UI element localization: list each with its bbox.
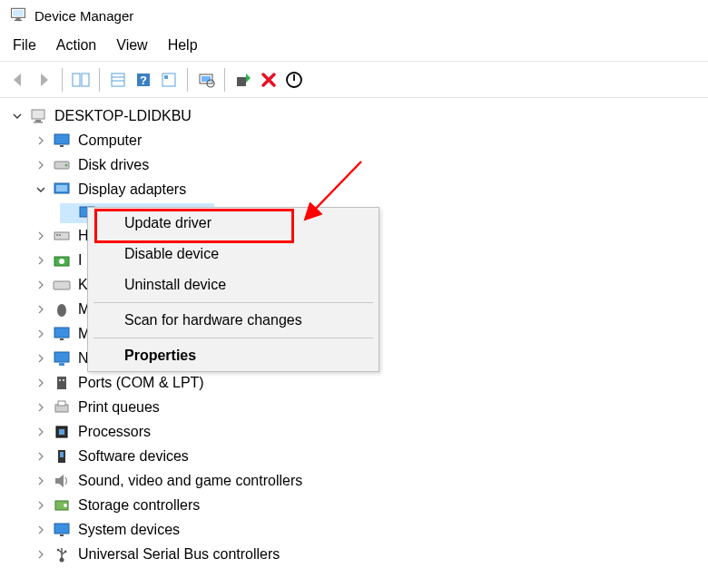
svg-rect-37 [54,352,69,362]
monitor-icon [53,132,71,150]
chevron-right-icon [34,352,47,365]
app-icon [9,5,34,26]
root-node[interactable]: DESKTOP-LDIDKBU [4,103,704,128]
svg-rect-12 [164,75,168,79]
properties-button[interactable] [105,67,131,93]
svg-rect-5 [82,74,89,86]
menu-file[interactable]: File [7,35,51,55]
system-icon [53,521,71,539]
keyboard-icon [53,276,71,294]
camera-icon [53,251,71,270]
svg-point-40 [59,379,61,381]
chevron-right-icon [34,426,47,438]
toolbar-separator [224,68,225,92]
chevron-right-icon [34,377,47,389]
mouse-icon [53,300,71,318]
category-computer[interactable]: Computer [4,128,704,152]
svg-rect-21 [54,134,69,144]
category-sound[interactable]: Sound, video and game controllers [4,468,704,493]
svg-rect-20 [34,122,43,123]
menu-help[interactable]: Help [162,35,212,55]
cpu-icon [53,423,71,441]
svg-rect-43 [58,401,65,406]
chevron-right-icon [34,134,47,147]
speaker-icon [53,472,71,490]
svg-rect-18 [32,110,44,119]
storage-icon [53,496,71,514]
svg-rect-47 [60,452,64,457]
context-separator [93,302,373,303]
chevron-right-icon [34,499,47,512]
category-processors[interactable]: Processors [4,419,704,444]
hid-icon [53,227,71,245]
category-software-devices[interactable]: Software devices [4,444,704,468]
svg-rect-50 [54,524,69,534]
show-hide-tree-button[interactable] [68,67,93,93]
svg-rect-4 [73,74,80,86]
context-properties[interactable]: Properties [88,340,379,371]
forward-button[interactable] [31,67,56,93]
menu-view[interactable]: View [111,35,162,55]
svg-rect-38 [59,363,64,366]
chevron-right-icon [34,475,47,487]
svg-rect-39 [57,377,66,389]
menu-bar: File Action View Help [0,30,708,62]
update-driver-button[interactable] [231,67,256,93]
context-uninstall-device[interactable]: Uninstall device [88,270,379,300]
window-title: Device Manager [34,8,133,24]
context-scan-hardware[interactable]: Scan for hardware changes [88,305,379,336]
context-update-driver[interactable]: Update driver [88,208,379,239]
computer-root-icon [29,107,47,125]
network-icon [53,349,71,368]
usb-icon [53,545,71,564]
disable-button[interactable] [281,67,307,93]
svg-rect-30 [59,234,61,236]
category-disk-drives[interactable]: Disk drives [4,152,704,177]
chevron-right-icon [34,401,47,414]
svg-rect-29 [56,234,58,236]
svg-point-54 [57,548,60,551]
svg-rect-26 [56,185,67,191]
category-storage-controllers[interactable]: Storage controllers [4,493,704,517]
chevron-right-icon [34,328,47,340]
chevron-right-icon [34,279,47,291]
uninstall-button[interactable] [256,67,281,93]
category-print-queues[interactable]: Print queues [4,395,704,419]
svg-rect-1 [13,10,24,16]
category-ports[interactable]: Ports (COM & LPT) [4,370,704,395]
svg-rect-22 [60,145,64,147]
svg-rect-2 [16,18,21,20]
chevron-right-icon [34,548,47,561]
details-button[interactable] [156,67,182,93]
svg-rect-55 [64,550,66,552]
root-label: DESKTOP-LDIDKBU [54,103,192,128]
menu-action[interactable]: Action [51,35,111,55]
category-system-devices[interactable]: System devices [4,517,704,542]
svg-rect-51 [60,534,64,536]
chevron-right-icon [34,303,47,316]
svg-text:?: ? [140,74,147,87]
monitor-icon [53,325,71,343]
category-display-adapters[interactable]: Display adapters [4,177,704,201]
title-bar: Device Manager [0,0,708,30]
printer-icon [53,398,71,416]
toolbar-separator [99,68,100,92]
svg-point-32 [59,259,64,264]
scan-hardware-button[interactable] [193,67,219,93]
svg-rect-36 [60,338,64,340]
back-button[interactable] [5,67,31,93]
context-separator [93,338,373,338]
chevron-right-icon [34,230,47,242]
category-usb[interactable]: Universal Serial Bus controllers [4,542,704,566]
context-disable-device[interactable]: Disable device [88,239,379,270]
svg-rect-6 [112,74,124,86]
svg-point-49 [64,504,67,507]
display-adapter-icon [53,181,71,199]
toolbar-separator [187,68,188,92]
svg-rect-16 [237,77,246,86]
svg-rect-45 [59,429,64,435]
svg-point-24 [65,163,68,166]
svg-point-34 [57,304,66,317]
help-button[interactable]: ? [131,67,156,93]
chevron-right-icon [34,159,47,172]
